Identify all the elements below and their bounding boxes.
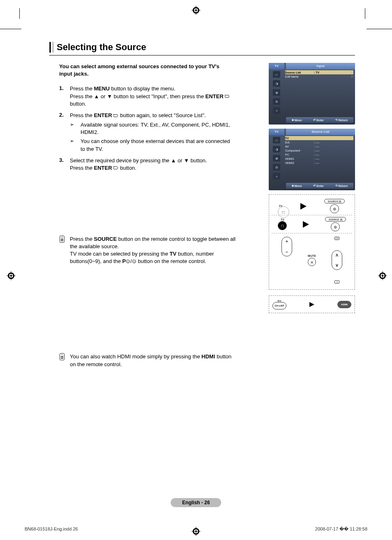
step-1: 1. Press the MENU button to display the … — [59, 85, 261, 108]
step-2: 2. Press the ENTER button again, to sele… — [59, 112, 261, 152]
setup-icon: ✿ — [273, 98, 280, 105]
input-icon: ⎆ — [273, 107, 280, 114]
sound-icon: ◑ — [273, 146, 280, 152]
return-icon: ⟲ — [335, 118, 338, 122]
svg-point-4 — [195, 9, 197, 11]
osd-row: AV: ---- — [285, 144, 353, 148]
osd-row: TV — [285, 136, 353, 140]
channel-rocker-icon: ∧∨ — [332, 250, 342, 270]
remote-volume-channel: +− MUTE ✕ CH ∧∨ ⎘ — [272, 233, 352, 287]
arrow-right-icon — [309, 302, 314, 307]
osd-input-menu: TV Input ▭ ◑ ◉ ✿ ⎆ Source List: TV▷ Edit… — [269, 63, 355, 125]
svg-point-25 — [62, 355, 62, 355]
hdmi-button-icon: HDMI — [337, 301, 351, 308]
mute-button-icon: ✕ — [308, 258, 316, 266]
footer-file: BN68-01518J-Eng.indd 26 — [25, 526, 78, 532]
sub-arrow-icon: ➢ — [70, 138, 81, 152]
osd-icon-column: ▭ ◑ ◉ ✿ ⎆ — [269, 69, 284, 115]
section-heading: Selecting the Source — [49, 41, 355, 55]
osd-row: Component: ---- — [285, 148, 353, 152]
source-button-icon: SOURCE ⊟ — [325, 217, 346, 222]
osd-row-edit-name: Edit Name▷ — [285, 74, 353, 78]
remote-note-icon — [59, 235, 70, 265]
sub-arrow-icon: ➢ — [70, 121, 81, 136]
arrow-right-icon — [300, 203, 307, 210]
osd-hint-bar: ◆Move ⏎Enter ⟲Return — [286, 183, 353, 189]
enter-icon — [112, 164, 119, 172]
step-3: 3. Select the required device by pressin… — [59, 157, 261, 172]
heading-text: Selecting the Source — [57, 42, 355, 53]
volume-rocker-icon: +− — [281, 237, 292, 256]
setup-icon: ✿ — [273, 164, 280, 171]
remote-diagram-1: TV □ SOURCE ⊟ ⊕ TV □ S — [269, 194, 355, 290]
footer-timestamp: 2008-07-17 �� 11:28:58 — [315, 526, 367, 532]
enter-hint-icon: ⏎ — [313, 184, 316, 187]
registration-mark-icon — [7, 271, 16, 280]
registration-mark-icon — [191, 6, 201, 15]
osd-hint-bar: ◆Move ⏎Enter ⟲Return — [286, 117, 353, 123]
osd-title: Input — [286, 63, 355, 69]
registration-mark-icon — [378, 271, 387, 280]
tv-button-icon: □ — [278, 206, 289, 218]
osd-row: Ext.: ---- — [285, 140, 353, 144]
remote-note-icon — [59, 353, 70, 368]
svg-rect-23 — [61, 240, 63, 241]
p-up-icon: ⊙ — [126, 258, 130, 264]
tv-button-dark-icon: □ — [278, 221, 287, 230]
chlist-button-icon: CH LIST — [272, 302, 286, 309]
osd-tv-label: TV — [269, 63, 284, 69]
svg-point-21 — [62, 237, 62, 238]
picture-icon: ▭ — [273, 137, 280, 143]
intro-text: You can select among external sources co… — [59, 63, 232, 78]
note-block-1: Press the SOURCE button on the remote co… — [59, 235, 236, 265]
picture-icon: ▭ — [273, 71, 280, 78]
page-number: English - 26 — [171, 498, 221, 507]
source-circle-icon: ⊕ — [330, 204, 339, 213]
arrow-right-icon — [303, 221, 309, 228]
osd-source-list-menu: TV Source List ▭ ◑ ◉ ✿ ⎆ TV Ext.: ---- A… — [269, 129, 355, 190]
channel-icon: ◉ — [273, 155, 280, 162]
step-number: 3. — [59, 157, 70, 172]
osd-tv-label: TV — [269, 129, 284, 135]
source-button-icon: SOURCE ⊟ — [324, 199, 345, 203]
ch-label-icon: CH — [334, 237, 339, 240]
remote-diagram-2: ⊕⊖ CH LIST HDMI — [269, 295, 355, 313]
return-icon: ⟲ — [335, 184, 338, 187]
osd-row: HDMI2: ---- — [285, 161, 353, 165]
move-icon: ◆ — [292, 184, 294, 187]
osd-row: PC: ---- — [285, 152, 353, 157]
osd-icon-column: ▭ ◑ ◉ ✿ ⎆ — [269, 135, 284, 181]
channel-icon: ◉ — [273, 89, 280, 96]
step-number: 1. — [59, 85, 70, 108]
enter-icon — [224, 93, 230, 100]
svg-point-9 — [10, 275, 12, 277]
osd-row: HDMI1: ---- — [285, 157, 353, 161]
p-down-icon: ⊙ — [132, 258, 136, 264]
osd-title: Source List — [286, 129, 355, 135]
note-block-2: You can also watch HDMI mode simply by p… — [59, 353, 236, 368]
svg-point-14 — [382, 275, 383, 277]
move-icon: ◆ — [292, 118, 294, 122]
svg-rect-27 — [61, 358, 63, 359]
enter-hint-icon: ⏎ — [313, 118, 316, 122]
svg-rect-26 — [61, 357, 63, 358]
sound-icon: ◑ — [273, 80, 280, 87]
osd-row-source-list: Source List: TV▷ — [285, 70, 353, 74]
source-circle-icon: ⊕ — [331, 222, 340, 231]
svg-rect-22 — [61, 239, 63, 240]
input-icon: ⎆ — [273, 173, 280, 180]
pre-ch-icon: ⎘ — [334, 280, 339, 284]
step-number: 2. — [59, 112, 70, 152]
enter-icon — [112, 112, 119, 120]
